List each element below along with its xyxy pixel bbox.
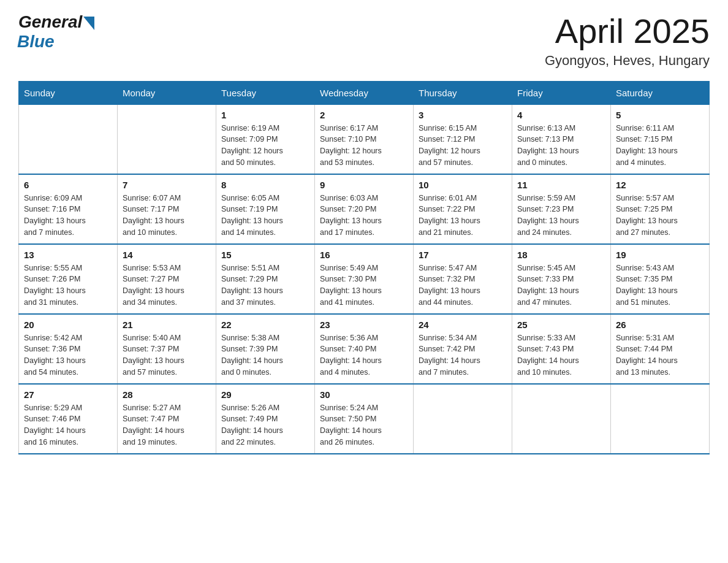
calendar-cell: 5Sunrise: 6:11 AMSunset: 7:15 PMDaylight…	[611, 104, 710, 174]
page-header: General Blue April 2025 Gyongyos, Heves,…	[18, 12, 710, 69]
column-header-wednesday: Wednesday	[315, 81, 414, 104]
day-info: Sunrise: 5:33 AMSunset: 7:43 PMDaylight:…	[517, 332, 605, 378]
calendar-cell: 25Sunrise: 5:33 AMSunset: 7:43 PMDayligh…	[512, 314, 611, 384]
day-info: Sunrise: 6:19 AMSunset: 7:09 PMDaylight:…	[221, 123, 309, 169]
day-info: Sunrise: 5:47 AMSunset: 7:32 PMDaylight:…	[419, 262, 507, 308]
calendar-week-5: 27Sunrise: 5:29 AMSunset: 7:46 PMDayligh…	[19, 384, 710, 454]
day-info: Sunrise: 5:49 AMSunset: 7:30 PMDaylight:…	[320, 262, 408, 308]
calendar-cell: 2Sunrise: 6:17 AMSunset: 7:10 PMDaylight…	[315, 104, 414, 174]
day-number: 16	[320, 250, 408, 260]
calendar-cell: 13Sunrise: 5:55 AMSunset: 7:26 PMDayligh…	[19, 244, 118, 314]
calendar-cell: 10Sunrise: 6:01 AMSunset: 7:22 PMDayligh…	[414, 174, 512, 244]
day-number: 4	[517, 110, 605, 120]
day-info: Sunrise: 5:57 AMSunset: 7:25 PMDaylight:…	[616, 193, 704, 239]
calendar-cell: 27Sunrise: 5:29 AMSunset: 7:46 PMDayligh…	[19, 384, 118, 454]
day-info: Sunrise: 6:11 AMSunset: 7:15 PMDaylight:…	[616, 123, 704, 169]
day-info: Sunrise: 5:55 AMSunset: 7:26 PMDaylight:…	[24, 262, 112, 308]
calendar-cell: 20Sunrise: 5:42 AMSunset: 7:36 PMDayligh…	[19, 314, 118, 384]
day-number: 6	[24, 180, 112, 190]
calendar-cell: 17Sunrise: 5:47 AMSunset: 7:32 PMDayligh…	[414, 244, 512, 314]
column-header-saturday: Saturday	[611, 81, 710, 104]
day-number: 23	[320, 320, 408, 330]
day-info: Sunrise: 6:13 AMSunset: 7:13 PMDaylight:…	[517, 123, 605, 169]
day-number: 19	[616, 250, 704, 260]
month-title: April 2025	[545, 12, 710, 50]
calendar-cell: 12Sunrise: 5:57 AMSunset: 7:25 PMDayligh…	[611, 174, 710, 244]
day-info: Sunrise: 5:36 AMSunset: 7:40 PMDaylight:…	[320, 332, 408, 378]
calendar-cell	[414, 384, 512, 454]
day-info: Sunrise: 5:31 AMSunset: 7:44 PMDaylight:…	[616, 332, 704, 378]
logo-general-text: General	[18, 12, 82, 32]
day-number: 20	[24, 320, 112, 330]
day-info: Sunrise: 5:45 AMSunset: 7:33 PMDaylight:…	[517, 262, 605, 308]
day-number: 25	[517, 320, 605, 330]
calendar-cell: 24Sunrise: 5:34 AMSunset: 7:42 PMDayligh…	[414, 314, 512, 384]
day-info: Sunrise: 5:24 AMSunset: 7:50 PMDaylight:…	[320, 402, 408, 448]
logo: General Blue	[18, 12, 94, 52]
day-info: Sunrise: 6:05 AMSunset: 7:19 PMDaylight:…	[221, 193, 309, 239]
calendar-cell: 15Sunrise: 5:51 AMSunset: 7:29 PMDayligh…	[216, 244, 315, 314]
calendar-table: SundayMondayTuesdayWednesdayThursdayFrid…	[18, 81, 710, 454]
day-number: 13	[24, 250, 112, 260]
day-number: 27	[24, 389, 112, 400]
day-number: 9	[320, 180, 408, 190]
calendar-cell: 14Sunrise: 5:53 AMSunset: 7:27 PMDayligh…	[118, 244, 216, 314]
day-number: 17	[419, 250, 507, 260]
day-info: Sunrise: 6:07 AMSunset: 7:17 PMDaylight:…	[123, 193, 211, 239]
day-number: 8	[221, 180, 309, 190]
day-number: 22	[221, 320, 309, 330]
column-header-tuesday: Tuesday	[216, 81, 315, 104]
calendar-week-2: 6Sunrise: 6:09 AMSunset: 7:16 PMDaylight…	[19, 174, 710, 244]
calendar-cell: 18Sunrise: 5:45 AMSunset: 7:33 PMDayligh…	[512, 244, 611, 314]
day-number: 21	[123, 320, 211, 330]
day-info: Sunrise: 5:53 AMSunset: 7:27 PMDaylight:…	[123, 262, 211, 308]
day-number: 5	[616, 110, 704, 120]
day-number: 28	[123, 389, 211, 400]
day-info: Sunrise: 5:42 AMSunset: 7:36 PMDaylight:…	[24, 332, 112, 378]
day-info: Sunrise: 5:34 AMSunset: 7:42 PMDaylight:…	[419, 332, 507, 378]
calendar-cell	[118, 104, 216, 174]
day-number: 1	[221, 110, 309, 120]
day-info: Sunrise: 5:59 AMSunset: 7:23 PMDaylight:…	[517, 193, 605, 239]
calendar-cell: 1Sunrise: 6:19 AMSunset: 7:09 PMDaylight…	[216, 104, 315, 174]
calendar-cell: 11Sunrise: 5:59 AMSunset: 7:23 PMDayligh…	[512, 174, 611, 244]
day-number: 15	[221, 250, 309, 260]
calendar-cell: 28Sunrise: 5:27 AMSunset: 7:47 PMDayligh…	[118, 384, 216, 454]
day-number: 29	[221, 389, 309, 400]
day-number: 11	[517, 180, 605, 190]
day-info: Sunrise: 6:03 AMSunset: 7:20 PMDaylight:…	[320, 193, 408, 239]
column-header-friday: Friday	[512, 81, 611, 104]
day-number: 18	[517, 250, 605, 260]
day-number: 7	[123, 180, 211, 190]
day-info: Sunrise: 6:01 AMSunset: 7:22 PMDaylight:…	[419, 193, 507, 239]
calendar-cell	[611, 384, 710, 454]
calendar-week-4: 20Sunrise: 5:42 AMSunset: 7:36 PMDayligh…	[19, 314, 710, 384]
calendar-cell: 22Sunrise: 5:38 AMSunset: 7:39 PMDayligh…	[216, 314, 315, 384]
calendar-cell	[19, 104, 118, 174]
logo-blue-text: Blue	[17, 32, 55, 52]
day-info: Sunrise: 5:38 AMSunset: 7:39 PMDaylight:…	[221, 332, 309, 378]
calendar-cell: 4Sunrise: 6:13 AMSunset: 7:13 PMDaylight…	[512, 104, 611, 174]
calendar-cell: 26Sunrise: 5:31 AMSunset: 7:44 PMDayligh…	[611, 314, 710, 384]
calendar-cell: 30Sunrise: 5:24 AMSunset: 7:50 PMDayligh…	[315, 384, 414, 454]
day-info: Sunrise: 6:09 AMSunset: 7:16 PMDaylight:…	[24, 193, 112, 239]
calendar-cell: 23Sunrise: 5:36 AMSunset: 7:40 PMDayligh…	[315, 314, 414, 384]
day-number: 10	[419, 180, 507, 190]
day-number: 24	[419, 320, 507, 330]
calendar-cell: 8Sunrise: 6:05 AMSunset: 7:19 PMDaylight…	[216, 174, 315, 244]
day-info: Sunrise: 6:17 AMSunset: 7:10 PMDaylight:…	[320, 123, 408, 169]
day-info: Sunrise: 5:51 AMSunset: 7:29 PMDaylight:…	[221, 262, 309, 308]
column-header-thursday: Thursday	[414, 81, 512, 104]
day-number: 3	[419, 110, 507, 120]
calendar-cell: 9Sunrise: 6:03 AMSunset: 7:20 PMDaylight…	[315, 174, 414, 244]
day-number: 2	[320, 110, 408, 120]
day-info: Sunrise: 5:29 AMSunset: 7:46 PMDaylight:…	[24, 402, 112, 448]
calendar-cell: 7Sunrise: 6:07 AMSunset: 7:17 PMDaylight…	[118, 174, 216, 244]
calendar-week-3: 13Sunrise: 5:55 AMSunset: 7:26 PMDayligh…	[19, 244, 710, 314]
calendar-cell: 19Sunrise: 5:43 AMSunset: 7:35 PMDayligh…	[611, 244, 710, 314]
calendar-cell: 21Sunrise: 5:40 AMSunset: 7:37 PMDayligh…	[118, 314, 216, 384]
day-number: 26	[616, 320, 704, 330]
day-info: Sunrise: 6:15 AMSunset: 7:12 PMDaylight:…	[419, 123, 507, 169]
calendar-cell	[512, 384, 611, 454]
logo-arrow-icon	[83, 17, 94, 30]
